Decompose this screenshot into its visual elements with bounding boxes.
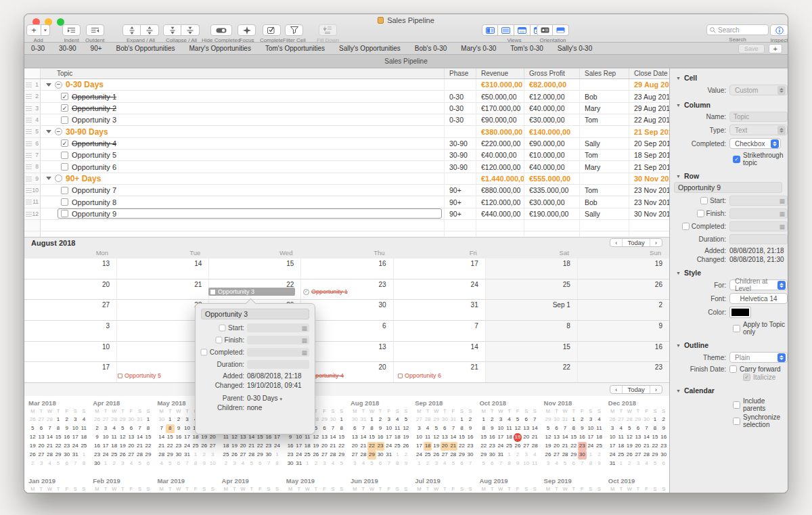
phase-cell[interactable]: 90+ [444,208,476,219]
mini-day[interactable]: 1 [102,460,110,468]
row-status-checkbox[interactable]: − [55,81,62,89]
mini-day[interactable]: 16 [62,433,71,442]
mini-day[interactable]: 24 [183,442,191,451]
topic-cell[interactable]: −0-30 Days [40,79,444,90]
font-button[interactable]: Helvetica 14 [729,293,788,304]
mini-day[interactable]: 1 [569,416,578,424]
mini-day[interactable]: 18 [616,442,625,451]
mini-day[interactable]: 19 [514,433,522,442]
mini-day[interactable]: 13 [320,433,329,442]
row-status-checkbox[interactable] [61,198,68,206]
mini-day[interactable]: 27 [37,416,46,424]
row-gutter[interactable]: 1 [24,79,40,90]
mini-day[interactable]: 20 [522,433,531,442]
mini-day[interactable]: 25 [191,442,200,451]
row-gutter[interactable]: 4 [24,114,40,125]
sales-rep-cell[interactable] [579,173,629,184]
revenue-cell[interactable]: €310.000,00 [476,79,524,90]
row-status-checkbox[interactable] [61,116,68,124]
mini-day[interactable]: 20 [634,442,643,451]
mini-day[interactable]: 6 [634,424,643,433]
mini-day[interactable]: 26 [93,416,102,424]
drag-handle-icon[interactable] [26,141,32,146]
mini-day[interactable]: 13 [634,433,643,442]
mini-day[interactable]: 1 [367,416,376,424]
calendar-next-button[interactable]: › [650,239,662,246]
row-status-checkbox[interactable]: − [55,128,62,135]
mini-day[interactable]: 23 [488,442,497,451]
mini-day[interactable]: 25 [110,451,118,460]
orientation-horizontal-button[interactable] [537,24,553,36]
mini-day[interactable]: 9 [93,433,102,442]
phase-cell[interactable]: 0-30 [444,114,476,125]
mini-day[interactable]: 23 [286,451,295,460]
mini-day[interactable]: 1 [587,451,595,460]
mini-day[interactable]: 25 [393,442,402,451]
mini-day[interactable]: 4 [531,451,539,460]
mini-day[interactable]: 4 [595,416,604,424]
mini-day[interactable]: 8 [273,460,281,468]
mini-day[interactable]: 2 [28,460,37,468]
inspect-button[interactable] [770,24,788,36]
calendar-day-cell[interactable]: 3 [24,321,116,342]
mini-day[interactable]: 2 [175,416,183,424]
mini-day[interactable]: 31 [608,460,617,468]
topic-cell[interactable]: ✓Opportunity 1 [40,91,444,102]
mini-day[interactable]: 17 [384,433,393,442]
mini-day[interactable]: 2 [659,416,668,424]
mini-day[interactable]: 28 [247,451,256,460]
mini-day[interactable]: 17 [294,442,303,451]
mini-day[interactable]: 28 [135,451,144,460]
mini-day[interactable]: 24 [102,451,110,460]
mini-day[interactable]: 20 [320,442,329,451]
mini-day[interactable]: 27 [102,416,110,424]
row-status-checkbox[interactable]: ✓ [61,93,68,100]
mini-day[interactable]: 1 [54,416,63,424]
mini-day[interactable]: 29 [54,451,63,460]
column-header-close-date[interactable]: Close Date [629,68,669,79]
date-picker-icon[interactable]: ▦ [301,349,307,356]
mini-day[interactable]: 10 [522,460,531,468]
mini-day[interactable]: 27 [522,442,531,451]
revenue-cell[interactable]: €880.000,00 [476,185,524,196]
mini-day[interactable]: 4 [157,460,166,468]
mini-day[interactable]: 13 [127,433,136,442]
gross-profit-cell[interactable]: €40.000,00 [524,103,579,114]
close-date-cell[interactable]: 29 Aug 2018 [629,103,669,114]
topic-cell[interactable]: Opportunity 9 [40,208,444,219]
mini-day[interactable]: 31 [294,460,303,468]
mini-day[interactable]: 31 [449,416,458,424]
row-status-checkbox[interactable] [61,163,68,171]
mini-day[interactable]: 16 [376,433,385,442]
mini-day[interactable]: 15 [166,433,175,442]
mini-day[interactable]: 31 [497,451,505,460]
filter-cell-button[interactable] [285,24,303,36]
tab-mary-s-opportunities[interactable]: Mary's Opportunities [189,45,251,52]
mini-prev-button[interactable]: ‹ [610,386,622,393]
mini-day[interactable]: 13 [441,433,449,442]
gross-profit-cell[interactable]: €30.000,00 [524,114,579,125]
row-status-checkbox[interactable] [61,187,68,194]
mini-day[interactable]: 27 [127,451,136,460]
close-date-cell[interactable]: 20 Sep 2018 [629,138,669,149]
sales-rep-cell[interactable] [579,79,629,90]
mini-day[interactable]: 4 [329,460,338,468]
mini-day[interactable]: 21 [642,442,651,451]
sales-rep-cell[interactable]: Mary [579,103,629,114]
revenue-cell[interactable]: €1.440.000,0 [476,173,524,184]
mini-day[interactable]: 7 [71,460,80,468]
mini-day[interactable]: 31 [359,416,368,424]
cell-sales-rep[interactable] [579,220,629,231]
mini-day[interactable]: 22 [651,442,660,451]
mini-day[interactable]: 29 [569,451,578,460]
apply-to-topic-checkbox[interactable] [733,325,740,332]
calendar-day-cell[interactable]: 14 [393,342,485,363]
calendar-today-button[interactable]: Today [622,239,649,246]
strikethrough-topic-checkbox[interactable]: ✓ [733,156,740,163]
row-start-checkbox[interactable] [700,197,708,204]
mini-day[interactable]: 7 [45,424,54,433]
mini-day[interactable]: 28 [531,442,539,451]
event-checkbox-icon[interactable] [118,374,122,378]
mini-day[interactable]: 9 [466,424,475,433]
mini-day[interactable]: 10 [71,424,80,433]
